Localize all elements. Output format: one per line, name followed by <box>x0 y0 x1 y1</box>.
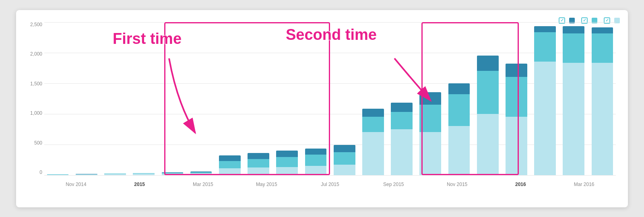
bar-group-0 <box>44 22 71 175</box>
bar-group-3 <box>130 22 157 175</box>
bars-wrapper <box>44 22 616 175</box>
x-label-2015: 2015 <box>108 182 171 187</box>
bar-group-10 <box>331 22 358 175</box>
bar-segment-subscribes-9 <box>305 149 327 155</box>
bar-group-18 <box>560 22 587 175</box>
bar-segment-import-14 <box>448 94 470 126</box>
bar-segment-subscribes-11 <box>362 109 384 117</box>
bar-segment-existing-9 <box>305 166 327 175</box>
bar-segment-subscribes-6 <box>219 155 241 161</box>
bar-segment-import-15 <box>477 71 499 114</box>
x-label-nov2014: Nov 2014 <box>44 182 108 187</box>
x-label-jul2015: Jul 2015 <box>298 182 362 187</box>
bar-segment-import-11 <box>362 117 384 132</box>
x-label-may2015: May 2015 <box>235 182 298 187</box>
bar-segment-import-10 <box>334 152 355 164</box>
bar-segment-subscribes-13 <box>419 92 441 104</box>
bar-segment-existing-12 <box>391 129 413 175</box>
bar-group-2 <box>101 22 128 175</box>
bar-segment-subscribes-14 <box>448 83 470 94</box>
bar-group-8 <box>274 22 301 175</box>
bar-segment-existing-3 <box>133 174 155 175</box>
bar-segment-import-19 <box>592 33 613 63</box>
bar-segment-existing-14 <box>448 126 470 175</box>
bar-segment-import-17 <box>534 32 556 62</box>
bar-segment-existing-1 <box>76 174 97 175</box>
bar-segment-subscribes-10 <box>334 145 355 152</box>
bar-segment-import-6 <box>219 161 241 168</box>
y-label-2500: 2,500 <box>30 22 42 27</box>
bar-group-11 <box>359 22 386 175</box>
chart-container: 2,500 2,000 1,500 1,000 500 0 Nov 2014 2… <box>16 10 628 207</box>
bar-segment-existing-16 <box>506 117 527 175</box>
bar-segment-existing-5 <box>190 173 212 175</box>
bar-segment-existing-10 <box>334 165 355 175</box>
bar-segment-import-18 <box>563 33 584 63</box>
bar-group-6 <box>216 22 243 175</box>
bar-group-9 <box>302 22 329 175</box>
bar-group-13 <box>417 22 444 175</box>
bar-segment-existing-18 <box>563 63 584 175</box>
y-label-500: 500 <box>34 141 42 145</box>
bar-group-19 <box>589 22 616 175</box>
bar-segment-existing-17 <box>534 62 556 175</box>
bar-segment-existing-2 <box>104 174 126 175</box>
bar-segment-subscribes-17 <box>534 26 556 32</box>
bar-segment-import-13 <box>419 105 441 132</box>
bar-segment-existing-7 <box>248 167 269 175</box>
bar-group-7 <box>245 22 272 175</box>
bar-segment-subscribes-19 <box>592 27 613 33</box>
bar-group-1 <box>73 22 100 175</box>
x-label-nov2015: Nov 2015 <box>425 182 489 187</box>
x-axis: Nov 2014 2015 Mar 2015 May 2015 Jul 2015… <box>44 182 616 187</box>
y-label-1000: 1,000 <box>30 111 42 116</box>
x-label-sep2015: Sep 2015 <box>362 182 425 187</box>
bar-segment-existing-13 <box>419 132 441 175</box>
bar-group-4 <box>159 22 186 175</box>
y-label-2000: 2,000 <box>30 52 42 56</box>
bar-segment-import-12 <box>391 112 413 129</box>
bar-segment-subscribes-8 <box>276 151 298 157</box>
bar-segment-subscribes-7 <box>248 153 269 159</box>
bar-segment-existing-4 <box>162 174 184 175</box>
bar-segment-import-8 <box>276 157 298 167</box>
bar-segment-existing-19 <box>592 63 613 175</box>
x-label-mar2016: Mar 2016 <box>552 182 616 187</box>
bar-segment-subscribes-16 <box>506 64 527 77</box>
bar-segment-import-9 <box>305 155 327 165</box>
bar-segment-import-16 <box>506 77 527 117</box>
x-label-2016: 2016 <box>489 182 552 187</box>
bar-segment-subscribes-15 <box>477 56 499 71</box>
bar-group-15 <box>474 22 501 175</box>
chart-area: 2,500 2,000 1,500 1,000 500 0 Nov 2014 2… <box>44 22 616 175</box>
bar-group-17 <box>531 22 558 175</box>
bar-segment-existing-8 <box>276 167 298 175</box>
grid-line-bottom <box>44 175 616 176</box>
bar-group-14 <box>446 22 473 175</box>
bar-segment-import-7 <box>248 159 269 167</box>
bar-group-5 <box>188 22 215 175</box>
y-label-0: 0 <box>39 170 42 175</box>
bar-segment-subscribes-18 <box>563 26 584 33</box>
bar-segment-subscribes-12 <box>391 103 413 112</box>
bar-group-16 <box>503 22 530 175</box>
bar-segment-existing-11 <box>362 132 384 175</box>
bar-segment-existing-6 <box>219 168 241 175</box>
bar-segment-existing-0 <box>47 175 69 175</box>
x-label-mar2015: Mar 2015 <box>171 182 235 187</box>
bar-segment-existing-15 <box>477 114 499 175</box>
y-label-1500: 1,500 <box>30 81 42 86</box>
bar-group-12 <box>388 22 415 175</box>
y-axis: 2,500 2,000 1,500 1,000 500 0 <box>20 22 42 175</box>
